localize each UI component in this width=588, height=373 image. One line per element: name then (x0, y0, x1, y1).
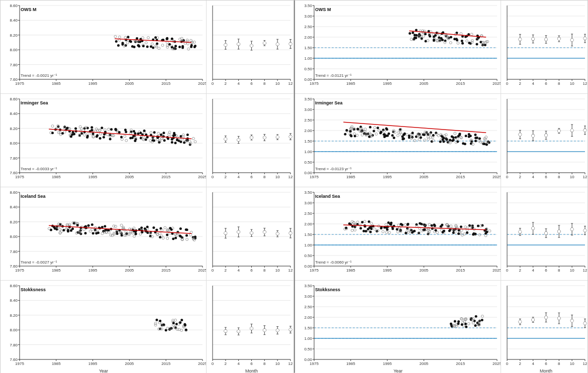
chart-irminger-seasonal-right (501, 94, 587, 187)
chart-owsm-seasonal-left (207, 1, 293, 93)
chart-iceland-main-right (295, 187, 501, 280)
chart-iceland-seasonal-left (207, 187, 293, 280)
chart-irminger-main-right (295, 94, 501, 187)
row-iceland-right (295, 187, 587, 281)
row-owsm-right (295, 1, 587, 94)
chart-irminger-seasonal-left (207, 94, 293, 187)
chart-irminger-main-left (1, 94, 207, 187)
chart-stokksness-seasonal-left (207, 281, 293, 373)
left-panel (0, 0, 294, 373)
chart-stokksness-seasonal-right (501, 281, 587, 373)
row-irminger-right (295, 94, 587, 187)
chart-iceland-seasonal-right (501, 187, 587, 280)
row-stokksness-left (1, 281, 293, 373)
main-container (0, 0, 588, 373)
chart-owsm-seasonal-right (501, 1, 587, 93)
chart-stokksness-main-left (1, 281, 207, 373)
chart-owsm-main-left (1, 1, 207, 93)
chart-iceland-main-left (1, 187, 207, 280)
row-owsm-left (1, 1, 293, 94)
row-stokksness-right (295, 281, 587, 373)
right-panel (294, 0, 588, 373)
chart-owsm-main-right (295, 1, 501, 93)
row-iceland-left (1, 187, 293, 281)
chart-stokksness-main-right (295, 281, 501, 373)
row-irminger-left (1, 94, 293, 187)
